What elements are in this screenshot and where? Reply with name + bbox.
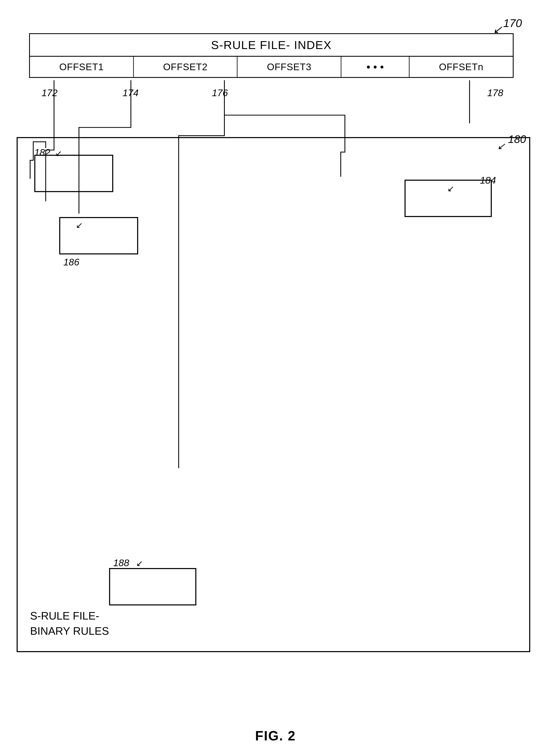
offset-row: OFFSET1 OFFSET2 OFFSET3 • • • OFFSETn [30,57,513,77]
ref-186-label: 186 [63,257,79,268]
binary-rules-label: S-RULE FILE- BINARY RULES [30,608,109,639]
offset2-cell: OFFSET2 [134,57,238,77]
arrow-184: ↙ [447,184,454,193]
record-188 [109,568,196,605]
binary-rules-line2: BINARY RULES [30,623,109,639]
binary-rules-box: 182 ↙ 186 ↙ 184 ↙ 188 ↙ S-RULE FILE- BIN… [17,137,530,652]
file-index-title: S-RULE FILE- INDEX [30,34,513,57]
dots-cell: • • • [341,57,410,77]
ref-188-label: 188 [113,557,129,568]
offsetn-cell: OFFSETn [410,57,513,77]
arrow-186: ↙ [76,220,83,230]
ref-170-label: 170 [503,17,522,29]
binary-rules-line1: S-RULE FILE- [30,608,109,623]
arrow-188: ↙ [136,558,143,568]
ref-172: 172 [42,87,58,98]
fig-caption: FIG. 2 [0,728,551,744]
ref-176: 176 [212,87,228,98]
ref-184-label: 184 [480,175,496,186]
file-index-container: S-RULE FILE- INDEX OFFSET1 OFFSET2 OFFSE… [29,33,514,78]
diagram-container: 170 ↙ S-RULE FILE- INDEX OFFSET1 OFFSET2… [12,17,539,714]
record-186 [59,217,138,254]
ref-174: 174 [123,87,138,98]
record-182 [34,155,113,192]
arrow-182: ↙ [55,149,62,158]
ref-178: 178 [487,87,503,98]
ref-182-label: 182 [34,147,50,158]
offset3-cell: OFFSET3 [237,57,341,77]
offset1-cell: OFFSET1 [30,57,134,77]
